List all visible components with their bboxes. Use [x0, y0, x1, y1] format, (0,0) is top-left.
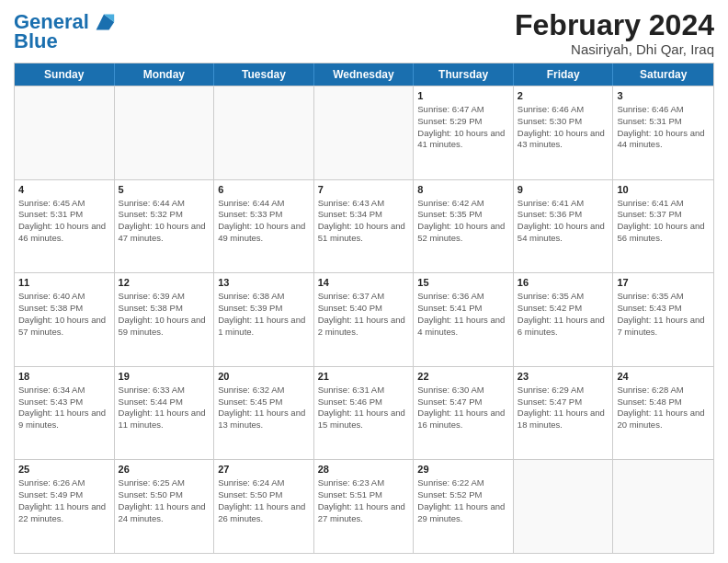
day-number: 26 — [119, 463, 210, 477]
sunrise: Sunrise: 6:39 AM — [119, 291, 185, 301]
cal-cell — [214, 86, 314, 179]
sunrise: Sunrise: 6:44 AM — [119, 198, 185, 208]
cal-cell: 7Sunrise: 6:43 AMSunset: 5:34 PMDaylight… — [314, 180, 415, 273]
sunrise: Sunrise: 6:47 AM — [417, 104, 483, 114]
week-row-2: 4Sunrise: 6:45 AMSunset: 5:31 PMDaylight… — [15, 179, 713, 273]
day-number: 18 — [18, 370, 110, 384]
day-number: 23 — [518, 370, 609, 384]
daylight: Daylight: 10 hours and 44 minutes. — [617, 128, 704, 150]
cal-cell: 2Sunrise: 6:46 AMSunset: 5:30 PMDaylight… — [514, 86, 614, 179]
sunset: Sunset: 5:33 PM — [218, 209, 282, 219]
sunset: Sunset: 5:52 PM — [417, 489, 482, 500]
cal-cell: 8Sunrise: 6:42 AMSunset: 5:35 PMDaylight… — [414, 180, 514, 273]
daylight: Daylight: 11 hours and 29 minutes. — [417, 501, 505, 523]
day-header-sunday: Sunday — [15, 63, 115, 86]
day-number: 14 — [318, 276, 410, 290]
day-header-thursday: Thursday — [414, 63, 514, 86]
sunset: Sunset: 5:42 PM — [518, 303, 582, 313]
daylight: Daylight: 10 hours and 51 minutes. — [318, 221, 405, 243]
sunrise: Sunrise: 6:31 AM — [318, 385, 384, 395]
sunset: Sunset: 5:38 PM — [119, 303, 183, 313]
sunset: Sunset: 5:44 PM — [119, 396, 183, 407]
sunrise: Sunrise: 6:41 AM — [518, 198, 584, 208]
day-number: 24 — [617, 370, 710, 384]
sunrise: Sunrise: 6:24 AM — [218, 477, 284, 488]
daylight: Daylight: 11 hours and 2 minutes. — [318, 315, 405, 337]
cal-cell: 4Sunrise: 6:45 AMSunset: 5:31 PMDaylight… — [15, 180, 115, 273]
daylight: Daylight: 10 hours and 56 minutes. — [617, 221, 704, 243]
daylight: Daylight: 11 hours and 15 minutes. — [318, 408, 405, 430]
cal-cell: 1Sunrise: 6:47 AMSunset: 5:29 PMDaylight… — [414, 86, 514, 179]
sunrise: Sunrise: 6:29 AM — [518, 385, 584, 395]
daylight: Daylight: 11 hours and 7 minutes. — [617, 315, 704, 337]
sunset: Sunset: 5:29 PM — [417, 116, 482, 126]
sunrise: Sunrise: 6:40 AM — [18, 291, 85, 301]
day-number: 3 — [617, 89, 710, 103]
day-header-saturday: Saturday — [613, 63, 713, 86]
daylight: Daylight: 11 hours and 20 minutes. — [617, 408, 704, 430]
sunset: Sunset: 5:35 PM — [417, 209, 482, 219]
day-header-tuesday: Tuesday — [214, 63, 314, 86]
day-number: 10 — [617, 183, 710, 197]
calendar-header: SundayMondayTuesdayWednesdayThursdayFrid… — [15, 63, 713, 86]
sunset: Sunset: 5:43 PM — [617, 303, 681, 313]
cal-cell — [613, 460, 713, 553]
cal-cell: 11Sunrise: 6:40 AMSunset: 5:38 PMDayligh… — [15, 273, 115, 366]
cal-cell: 23Sunrise: 6:29 AMSunset: 5:47 PMDayligh… — [514, 367, 614, 460]
header: General Blue February 2024 Nasiriyah, Dh… — [14, 9, 714, 57]
cal-cell: 16Sunrise: 6:35 AMSunset: 5:42 PMDayligh… — [514, 273, 614, 366]
daylight: Daylight: 11 hours and 1 minute. — [218, 315, 305, 337]
cal-cell: 9Sunrise: 6:41 AMSunset: 5:36 PMDaylight… — [514, 180, 614, 273]
cal-cell: 25Sunrise: 6:26 AMSunset: 5:49 PMDayligh… — [15, 460, 115, 553]
sunset: Sunset: 5:45 PM — [218, 396, 282, 407]
logo: General Blue — [14, 9, 117, 52]
daylight: Daylight: 11 hours and 9 minutes. — [18, 408, 106, 430]
calendar-page: General Blue February 2024 Nasiriyah, Dh… — [0, 0, 728, 563]
sunset: Sunset: 5:30 PM — [518, 116, 582, 126]
sunset: Sunset: 5:48 PM — [617, 396, 681, 407]
cal-cell: 10Sunrise: 6:41 AMSunset: 5:37 PMDayligh… — [613, 180, 713, 273]
sunrise: Sunrise: 6:28 AM — [617, 385, 683, 395]
day-number: 20 — [218, 370, 310, 384]
cal-cell: 28Sunrise: 6:23 AMSunset: 5:51 PMDayligh… — [314, 460, 415, 553]
day-number: 9 — [518, 183, 609, 197]
cal-cell: 15Sunrise: 6:36 AMSunset: 5:41 PMDayligh… — [414, 273, 514, 366]
daylight: Daylight: 11 hours and 16 minutes. — [417, 408, 505, 430]
day-number: 19 — [119, 370, 210, 384]
day-number: 5 — [119, 183, 210, 197]
sunrise: Sunrise: 6:43 AM — [318, 198, 384, 208]
sunrise: Sunrise: 6:46 AM — [518, 104, 584, 114]
sunset: Sunset: 5:49 PM — [18, 489, 83, 500]
daylight: Daylight: 11 hours and 26 minutes. — [218, 501, 305, 523]
sunset: Sunset: 5:36 PM — [518, 209, 582, 219]
cal-cell: 24Sunrise: 6:28 AMSunset: 5:48 PMDayligh… — [613, 367, 713, 460]
daylight: Daylight: 10 hours and 41 minutes. — [417, 128, 505, 150]
day-number: 11 — [18, 276, 110, 290]
sunrise: Sunrise: 6:34 AM — [18, 385, 85, 395]
sunrise: Sunrise: 6:36 AM — [417, 291, 483, 301]
day-number: 21 — [318, 370, 410, 384]
title-block: February 2024 Nasiriyah, Dhi Qar, Iraq — [515, 9, 714, 57]
sunrise: Sunrise: 6:45 AM — [18, 198, 85, 208]
cal-cell — [115, 86, 215, 179]
sunset: Sunset: 5:50 PM — [119, 489, 183, 500]
sunrise: Sunrise: 6:41 AM — [617, 198, 683, 208]
day-number: 28 — [318, 463, 410, 477]
day-header-monday: Monday — [115, 63, 215, 86]
sunset: Sunset: 5:38 PM — [18, 303, 83, 313]
day-number: 27 — [218, 463, 310, 477]
sunset: Sunset: 5:40 PM — [318, 303, 382, 313]
day-number: 8 — [417, 183, 509, 197]
daylight: Daylight: 11 hours and 18 minutes. — [518, 408, 605, 430]
cal-cell — [15, 86, 115, 179]
cal-cell: 26Sunrise: 6:25 AMSunset: 5:50 PMDayligh… — [115, 460, 215, 553]
sunrise: Sunrise: 6:37 AM — [318, 291, 384, 301]
daylight: Daylight: 11 hours and 4 minutes. — [417, 315, 505, 337]
daylight: Daylight: 10 hours and 59 minutes. — [119, 315, 206, 337]
cal-cell: 22Sunrise: 6:30 AMSunset: 5:47 PMDayligh… — [414, 367, 514, 460]
sunset: Sunset: 5:51 PM — [318, 489, 382, 500]
sunrise: Sunrise: 6:46 AM — [617, 104, 683, 114]
sunrise: Sunrise: 6:25 AM — [119, 477, 185, 488]
location: Nasiriyah, Dhi Qar, Iraq — [515, 41, 714, 57]
cal-cell — [314, 86, 415, 179]
